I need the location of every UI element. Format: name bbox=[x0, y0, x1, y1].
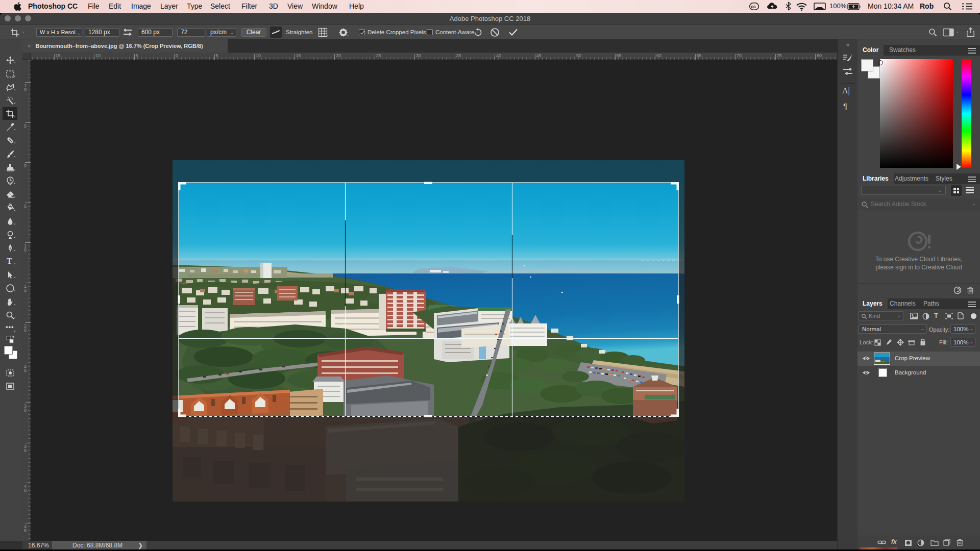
svg-text:cc: cc bbox=[751, 4, 756, 9]
